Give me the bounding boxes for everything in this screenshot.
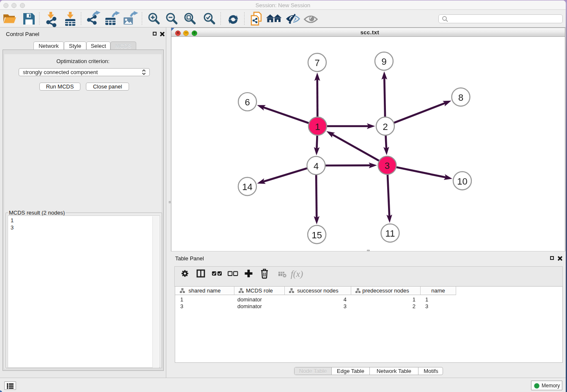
svg-text:10: 10 [457, 176, 467, 187]
svg-text:2: 2 [383, 121, 388, 132]
svg-text:6: 6 [245, 97, 250, 108]
svg-text:11: 11 [385, 228, 395, 239]
svg-text:7: 7 [314, 58, 319, 68]
svg-text:f(x): f(x) [291, 269, 303, 279]
svg-text:1: 1 [315, 121, 320, 132]
svg-text:4: 4 [314, 161, 319, 171]
svg-text:3: 3 [385, 160, 390, 171]
svg-text:9: 9 [381, 56, 386, 67]
svg-text:14: 14 [242, 182, 252, 192]
svg-text:15: 15 [311, 230, 322, 240]
svg-text:8: 8 [458, 92, 463, 103]
